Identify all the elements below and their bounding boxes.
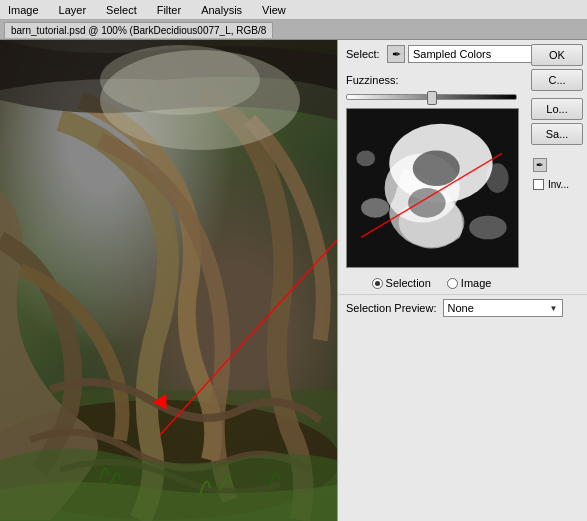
eyedropper-icon: ✒: [392, 48, 401, 61]
selection-radio[interactable]: Selection: [372, 277, 431, 289]
menu-bar: Image Layer Select Filter Analysis View: [0, 0, 587, 20]
svg-point-3: [100, 45, 260, 115]
preview-svg: [347, 109, 518, 267]
menu-analysis[interactable]: Analysis: [197, 4, 246, 16]
preview-dropdown-arrow-icon: ▼: [550, 304, 558, 313]
ok-button[interactable]: OK: [531, 44, 583, 66]
preview-container: [346, 108, 519, 268]
main-area: Select: ✒ Sampled Colors ▼ OK C... Lo...…: [0, 40, 587, 521]
preview-image: [347, 109, 518, 267]
eyedropper2-button[interactable]: ✒: [533, 158, 547, 172]
invert-label: Inv...: [548, 179, 569, 190]
svg-point-14: [408, 188, 446, 218]
svg-point-11: [486, 163, 509, 193]
selection-preview-dropdown[interactable]: None ▼: [443, 299, 563, 317]
select-label: Select:: [346, 48, 381, 60]
svg-point-9: [361, 198, 389, 218]
svg-point-12: [356, 150, 375, 166]
roots-svg: [0, 40, 337, 521]
fuzziness-label: Fuzziness:: [346, 74, 401, 86]
image-radio-label: Image: [461, 277, 492, 289]
svg-point-13: [413, 150, 460, 186]
invert-checkbox[interactable]: [533, 179, 544, 190]
selection-preview-label: Selection Preview:: [346, 302, 437, 314]
select-row: Select: ✒ Sampled Colors ▼ OK C... Lo...…: [338, 40, 587, 68]
selection-preview-row: Selection Preview: None ▼: [338, 294, 587, 321]
canvas-area: [0, 40, 337, 521]
save-button[interactable]: Sa...: [531, 123, 583, 145]
image-radio[interactable]: Image: [447, 277, 492, 289]
load-button[interactable]: Lo...: [531, 98, 583, 120]
selection-radio-button[interactable]: [372, 278, 383, 289]
document-tab[interactable]: barn_tutorial.psd @ 100% (BarkDecidious0…: [4, 22, 273, 38]
menu-view[interactable]: View: [258, 4, 290, 16]
cancel-button[interactable]: C...: [531, 69, 583, 91]
menu-select[interactable]: Select: [102, 4, 141, 16]
image-radio-button[interactable]: [447, 278, 458, 289]
menu-image[interactable]: Image: [4, 4, 43, 16]
color-range-dialog: Select: ✒ Sampled Colors ▼ OK C... Lo...…: [337, 40, 587, 521]
selection-preview-value: None: [448, 302, 550, 314]
fuzziness-slider-track[interactable]: [346, 94, 517, 100]
photo-background: [0, 40, 337, 521]
view-mode-row: Selection Image: [338, 272, 587, 294]
eyedropper-button[interactable]: ✒: [387, 45, 405, 63]
fuzziness-slider-thumb[interactable]: [427, 91, 437, 105]
invert-row: Inv...: [531, 177, 583, 192]
svg-point-10: [469, 216, 507, 240]
tab-bar: barn_tutorial.psd @ 100% (BarkDecidious0…: [0, 20, 587, 40]
menu-filter[interactable]: Filter: [153, 4, 185, 16]
menu-layer[interactable]: Layer: [55, 4, 91, 16]
selection-radio-label: Selection: [386, 277, 431, 289]
